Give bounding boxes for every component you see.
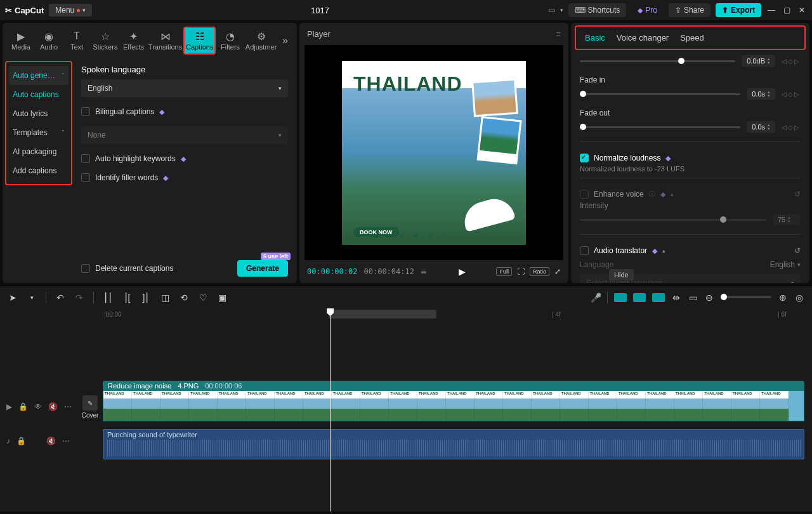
highlight-checkbox-row[interactable]: Auto highlight keywords ◆ <box>81 154 288 163</box>
audio-translator-row[interactable]: Audio translator ◆ ▴ ↺ <box>580 240 801 258</box>
share-button[interactable]: ⇪ Share <box>669 3 710 17</box>
track-video-icon[interactable]: ▶ <box>6 402 12 411</box>
fade-in-value[interactable]: 0.0s▴▾ <box>747 88 775 100</box>
tab-adjustment[interactable]: ⚙Adjustmer <box>245 28 277 53</box>
menu-icon[interactable]: ≡ <box>556 29 561 39</box>
fullscreen-icon[interactable]: ⤢ <box>554 267 561 276</box>
checkbox-icon[interactable] <box>580 190 589 199</box>
crop-icon[interactable]: ⛶ <box>517 267 525 276</box>
redo-button[interactable]: ↷ <box>74 293 84 303</box>
more-icon[interactable]: ⋯ <box>62 437 70 445</box>
chevron-down-icon[interactable]: ▾ <box>27 294 37 301</box>
freeze-tool[interactable]: ▣ <box>217 293 227 303</box>
zoom-out-icon[interactable]: ⊖ <box>704 293 714 303</box>
keyframe-nav[interactable]: ◁◇▷ <box>782 91 801 98</box>
zoom-slider[interactable] <box>721 296 771 298</box>
sidebar-auto-lyrics[interactable]: Auto lyrics <box>9 104 69 123</box>
lock-icon[interactable]: 🔒 <box>16 437 26 445</box>
tab-audio[interactable]: ◉Audio <box>36 28 62 53</box>
sidebar-ai-packaging[interactable]: AI packaging <box>9 142 69 161</box>
playhead[interactable] <box>330 308 331 511</box>
cursor-tool[interactable]: ➤ <box>8 293 18 303</box>
timeline-ruler[interactable]: |00:00 | 4f | 6f <box>102 308 812 321</box>
pro-button[interactable]: ◆ Pro <box>631 3 664 17</box>
sidebar-templates[interactable]: Templates˅ <box>9 123 69 142</box>
bilingual-checkbox-row[interactable]: Bilingual captions ◆ <box>81 107 288 116</box>
checkbox-icon[interactable] <box>81 154 90 163</box>
reverse-tool[interactable]: ⟲ <box>179 293 189 303</box>
tab-text[interactable]: TText <box>63 28 90 53</box>
mute-icon[interactable]: 🔇 <box>46 437 56 445</box>
fade-in-slider[interactable] <box>580 93 740 95</box>
volume-value[interactable]: 0.0dB▴▾ <box>742 55 775 67</box>
audio-clip[interactable]: Punching sound of typewriter <box>103 429 804 459</box>
checkbox-icon[interactable] <box>81 107 90 116</box>
undo-button[interactable]: ↶ <box>55 293 65 303</box>
fade-out-value[interactable]: 0.0s▴▾ <box>747 121 775 133</box>
magnet-tool-2[interactable] <box>633 293 646 302</box>
keyframe-nav[interactable]: ◁◇▷ <box>782 58 801 65</box>
tab-voice-changer[interactable]: Voice changer <box>617 33 669 43</box>
sidebar-auto-captions[interactable]: Auto captions <box>9 85 69 104</box>
shortcuts-button[interactable]: ⌨ Shortcuts <box>568 3 627 17</box>
link-tool[interactable]: ⇹ <box>671 293 681 303</box>
tab-basic[interactable]: Basic <box>585 33 605 43</box>
menu-button[interactable]: Menu ▾ <box>49 4 92 16</box>
close-button[interactable]: ✕ <box>797 6 807 15</box>
language-value[interactable]: English <box>770 260 795 269</box>
minimize-button[interactable]: ― <box>766 6 776 15</box>
filler-checkbox-row[interactable]: Identify filler words ◆ <box>81 173 288 182</box>
player-viewport[interactable]: THAILAND BOOK NOW ⊕ ◉ ⊙ ◎ <box>304 45 563 260</box>
magnet-tool-1[interactable] <box>614 293 627 302</box>
volume-slider[interactable] <box>580 60 735 62</box>
crop-tool[interactable]: ◫ <box>160 293 170 303</box>
tab-speed[interactable]: Speed <box>680 33 704 43</box>
fade-out-slider[interactable] <box>580 126 740 128</box>
lock-icon[interactable]: 🔒 <box>18 402 28 411</box>
split-left-tool[interactable]: ⎮[ <box>122 293 132 303</box>
preview-tool[interactable]: ▭ <box>688 293 698 303</box>
checkbox-icon[interactable] <box>81 173 90 182</box>
sidebar-auto-generate[interactable]: Auto gene…˄ <box>9 66 69 85</box>
tab-transitions[interactable]: ⋈Transitions <box>148 28 183 53</box>
normalize-row[interactable]: Normalize loudness ◆ <box>580 147 801 165</box>
delete-captions-row[interactable]: Delete current captions <box>81 264 173 273</box>
maximize-button[interactable]: ▢ <box>782 6 792 15</box>
tab-stickers[interactable]: ☆Stickers <box>91 28 119 53</box>
split-right-tool[interactable]: ]⎮ <box>141 293 151 303</box>
cover-button[interactable]: ✎ Cover <box>80 395 100 419</box>
mute-icon[interactable]: 🔇 <box>48 402 58 411</box>
tabs-more-icon[interactable]: » <box>278 35 292 46</box>
track-audio-icon[interactable]: ♪ <box>6 437 10 445</box>
checkbox-icon[interactable] <box>81 264 90 273</box>
export-button[interactable]: ⬆ Export <box>716 3 761 17</box>
sidebar-add-captions[interactable]: Add captions <box>9 161 69 180</box>
chevron-up-icon[interactable]: ▴ <box>662 247 665 254</box>
magnet-tool-3[interactable] <box>652 293 665 302</box>
scrub-region[interactable] <box>329 310 436 319</box>
tab-filters[interactable]: ◔Filters <box>217 28 244 53</box>
checkbox-icon[interactable] <box>580 154 589 162</box>
spinner-icon[interactable]: ▴▾ <box>768 123 770 131</box>
full-button[interactable]: Full <box>496 267 512 276</box>
reset-icon[interactable]: ↺ <box>794 190 801 199</box>
split-tool[interactable]: ⎮⎮ <box>103 293 113 303</box>
tab-effects[interactable]: ✦Effects <box>121 28 147 53</box>
shield-tool[interactable]: ♡ <box>198 293 208 303</box>
chevron-up-icon[interactable]: ▴ <box>671 191 674 197</box>
more-icon[interactable]: ⋯ <box>64 402 72 411</box>
chevron-down-icon[interactable]: ▾ <box>797 261 801 268</box>
enhance-voice-row[interactable]: Enhance voice ⓘ ◆ ▴ ↺ <box>580 183 801 201</box>
zoom-fit-icon[interactable]: ◎ <box>794 293 804 303</box>
list-icon[interactable]: ≣ <box>421 267 427 276</box>
keyframe-nav[interactable]: ◁◇▷ <box>782 124 801 131</box>
zoom-in-icon[interactable]: ⊕ <box>778 293 788 303</box>
chevron-down-icon[interactable]: ▾ <box>560 7 563 13</box>
timeline[interactable]: |00:00 | 4f | 6f ▶ 🔒 👁 🔇 ⋯ ♪ 🔒 🔇 ⋯ ✎ Cov… <box>0 308 812 511</box>
generate-button[interactable]: 5 use left Generate <box>237 260 288 277</box>
spinner-icon[interactable]: ▴▾ <box>768 90 770 98</box>
tab-media[interactable]: ▶Media <box>8 28 34 53</box>
video-clip[interactable]: Reduce image noise 4.PNG 00:00:00:06 THA… <box>103 381 804 424</box>
ratio-button[interactable]: Ratio <box>530 267 549 276</box>
language-select[interactable]: English ▾ <box>81 79 288 97</box>
